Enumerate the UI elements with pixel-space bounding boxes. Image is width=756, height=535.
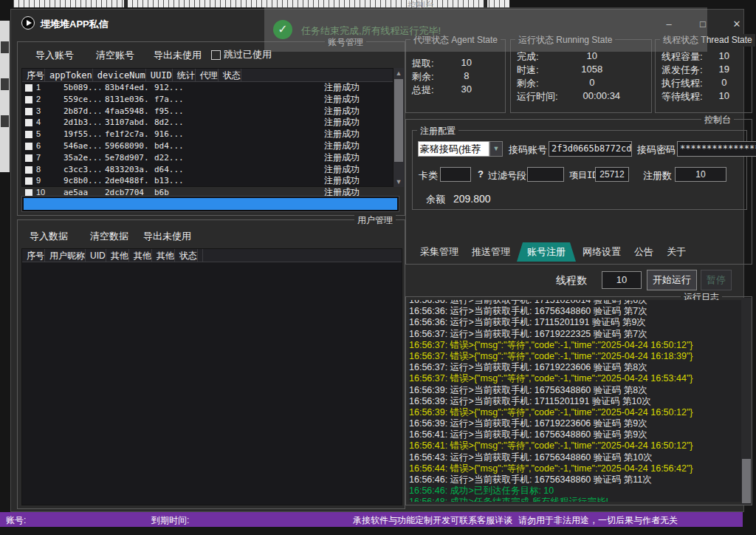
user-table-header[interactable]: 序号用户昵称UID其他其他其他状态 xyxy=(22,249,402,262)
clear-accounts-button[interactable]: 清空账号 xyxy=(96,49,134,62)
row-checkbox[interactable] xyxy=(25,177,32,185)
import-data-button[interactable]: 导入数据 xyxy=(30,230,68,243)
tab[interactable]: 推送管理 xyxy=(465,242,517,262)
stat-row: 等待线程: 10 xyxy=(662,90,746,103)
stat-row: 剩余: 8 xyxy=(412,70,499,84)
stat-label: 总提: xyxy=(412,84,434,97)
cell-proxy xyxy=(245,129,320,140)
column-header[interactable] xyxy=(198,249,203,262)
minimize-button[interactable]: – xyxy=(658,17,680,32)
table-row[interactable]: 6 546ae... 59668090... bd4... 注册成功 xyxy=(22,140,393,152)
import-accounts-button[interactable]: 导入账号 xyxy=(35,49,74,62)
row-number: 1 xyxy=(36,83,41,92)
log-lines: 16:56:36: 运行>当前获取手机: 17151020014 验证码 第6次… xyxy=(409,300,741,502)
tab[interactable]: 账号注册 xyxy=(517,242,576,262)
filter-segment-input[interactable] xyxy=(527,167,564,182)
log-line: 16:56:37: 错误>{"msg":"等待","code":-1,"time… xyxy=(409,373,741,384)
sms-provider-select[interactable]: 豪猪接码(推荐 xyxy=(418,141,489,157)
log-line: 16:56:39: 运行>当前获取手机: 16756348860 验证码 第8次 xyxy=(409,385,741,396)
row-number: 2 xyxy=(36,95,41,103)
table-row[interactable]: 7 35a2e... 5e78d907... d22... 注册成功 xyxy=(22,152,393,164)
window-title: 埋堆堆APP私信 xyxy=(41,18,109,31)
account-table-header[interactable]: 序号appTokendeviceNumUUID统计代理状态 xyxy=(22,69,393,82)
row-checkbox[interactable] xyxy=(25,96,32,103)
column-header[interactable]: 状态 xyxy=(175,249,198,262)
tab[interactable]: 采集管理 xyxy=(413,242,465,262)
table-row[interactable]: 9 9c8b0... 2de0488f... b13... 注册成功 xyxy=(22,175,393,187)
column-header[interactable]: deviceNum xyxy=(93,69,146,82)
row-checkbox[interactable] xyxy=(25,108,32,115)
table-row[interactable]: 1 5b089... 83b4f4ed... 912... 注册成功 xyxy=(22,82,393,94)
stat-label: 剩余: xyxy=(517,77,539,90)
table-row[interactable]: 4 2d1b3... 31107abd... 8d2... 注册成功 xyxy=(22,117,393,129)
column-header[interactable]: UID xyxy=(86,249,106,262)
tab[interactable]: 公告 xyxy=(628,242,660,262)
log-line: 16:56:36: 运行>当前获取手机: 17151020014 验证码 第6次 xyxy=(409,300,741,306)
cell-status: 注册成功 xyxy=(320,164,393,176)
column-header[interactable]: 序号 xyxy=(22,69,45,82)
skip-used-checkbox[interactable]: 跳过已使用 xyxy=(211,48,272,61)
tab[interactable]: 关于 xyxy=(660,242,693,262)
clear-data-button[interactable]: 清空数据 xyxy=(90,230,128,243)
column-header[interactable]: 其他 xyxy=(129,249,152,262)
log-line: 16:56:39: 运行>当前获取手机: 17115201191 验证码 第10… xyxy=(409,396,741,407)
start-run-button[interactable]: 开始运行 xyxy=(647,270,697,290)
maximize-button[interactable]: □ xyxy=(692,17,714,32)
column-header[interactable]: 统计 xyxy=(173,69,196,82)
column-header[interactable]: 其他 xyxy=(152,249,175,262)
cell-devicenum: 83b4f4ed... xyxy=(100,82,150,94)
row-checkbox[interactable] xyxy=(25,154,32,162)
table-row[interactable]: 5 19f55... fe1f2c7a... 916... 注册成功 xyxy=(22,129,393,140)
code-account-input[interactable]: 2f3d0665b8772cded4a xyxy=(549,141,632,157)
export-unused-data-button[interactable]: 导出未使用 xyxy=(143,230,191,243)
cell-apptoken: 546ae... xyxy=(59,140,100,152)
row-checkbox[interactable] xyxy=(25,131,32,138)
account-table-scrollbar[interactable]: ▲ ▼ xyxy=(394,68,404,187)
table-row[interactable]: 2 559ce... 8131e036... f7a... 注册成功 xyxy=(22,94,393,106)
code-password-input[interactable]: ****************** xyxy=(677,141,756,157)
column-header[interactable]: UUID xyxy=(146,69,173,82)
cell-status: 注册成功 xyxy=(320,117,393,129)
row-checkbox[interactable] xyxy=(25,143,32,150)
log-line: 16:56:43: 运行>当前获取手机: 16756348860 验证码 第10… xyxy=(409,452,741,463)
scroll-thumb[interactable] xyxy=(394,79,403,162)
project-id-input[interactable]: 25712 xyxy=(595,167,629,182)
cell-stat xyxy=(185,82,245,94)
cell-uuid: 916... xyxy=(150,129,185,140)
export-unused-accounts-button[interactable]: 导出未使用 xyxy=(154,49,202,62)
close-button[interactable]: ✕ xyxy=(726,17,748,32)
chevron-down-icon[interactable]: ▼ xyxy=(489,141,503,157)
tab[interactable]: 网络设置 xyxy=(576,242,628,262)
row-checkbox[interactable] xyxy=(25,119,32,126)
table-row[interactable]: 3 2b87d... 4faa5948... f95... 注册成功 xyxy=(22,106,393,117)
row-number: 5 xyxy=(36,129,41,138)
column-header[interactable]: appToken xyxy=(45,69,93,82)
reg-count-input[interactable]: 10 xyxy=(675,167,726,182)
reg-config-label: 注册配置 xyxy=(417,125,458,137)
column-header[interactable]: 用户昵称 xyxy=(45,249,86,262)
column-header[interactable]: 其他 xyxy=(106,249,129,262)
column-header[interactable]: 序号 xyxy=(22,249,45,262)
column-header[interactable]: 代理 xyxy=(196,69,219,82)
scroll-thumb[interactable] xyxy=(742,459,751,503)
cell-apptoken: 5b089... xyxy=(59,82,100,94)
pause-button[interactable]: 暂停 xyxy=(701,270,732,290)
row-checkbox[interactable] xyxy=(25,166,32,174)
table-row[interactable]: 8 c3cc3... 4833203a... d64... 注册成功 xyxy=(22,164,393,176)
log-output[interactable]: 16:56:36: 运行>当前获取手机: 17151020014 验证码 第6次… xyxy=(409,300,741,502)
help-icon[interactable]: ? xyxy=(478,168,484,180)
thread-count-input[interactable]: 10 xyxy=(602,271,642,289)
card-type-input[interactable] xyxy=(440,167,471,182)
row-checkbox[interactable] xyxy=(25,84,32,92)
stat-label: 线程容量: xyxy=(662,50,703,64)
cell-stat xyxy=(185,175,245,187)
stat-label: 提取: xyxy=(412,57,434,70)
cell-uuid: b13... xyxy=(150,175,185,187)
log-scrollbar[interactable] xyxy=(741,298,752,505)
scroll-up-icon[interactable]: ▲ xyxy=(394,68,404,78)
scroll-down-icon[interactable]: ▼ xyxy=(394,177,404,187)
column-header[interactable]: 状态 xyxy=(219,69,241,82)
stat-value: 30 xyxy=(434,84,499,97)
row-number: 8 xyxy=(36,165,41,174)
stat-row: 完成: 10 xyxy=(517,50,645,64)
